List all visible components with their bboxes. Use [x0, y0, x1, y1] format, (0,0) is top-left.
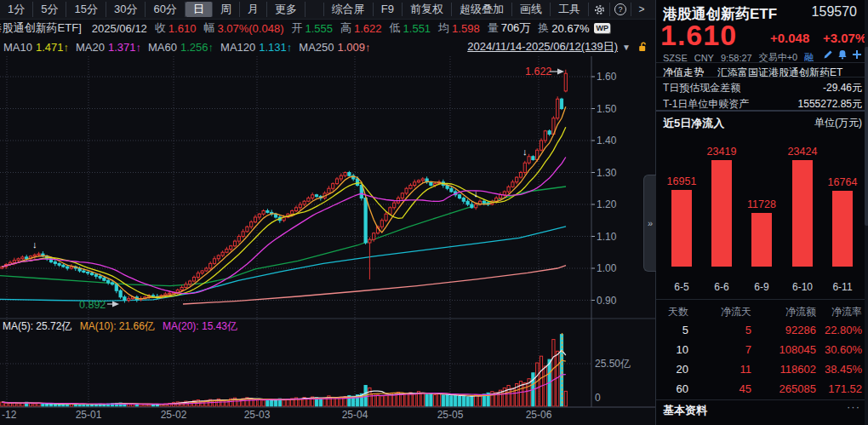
- volume-bar: [507, 385, 510, 406]
- unlock-icon[interactable]: [637, 42, 648, 53]
- ma-legend-value: 1.371↑: [108, 41, 141, 54]
- period-tab-15分[interactable]: 15分: [66, 2, 106, 17]
- table-cell: 38.45%: [818, 363, 862, 376]
- chevron-down-icon[interactable]: ▼: [622, 43, 631, 52]
- table-header-cell: 天数: [663, 305, 688, 319]
- period-tab-月[interactable]: 月: [240, 2, 267, 17]
- period-tab-周[interactable]: 周: [213, 2, 240, 17]
- candle-body: [21, 257, 24, 259]
- flow-bar: [832, 191, 853, 267]
- toolbar-tools: 综合屏F9前复权超级叠加画线工具 ? >: [323, 3, 655, 16]
- quote-field-label: 低: [390, 20, 401, 36]
- scrollbar-thumb[interactable]: [865, 47, 868, 226]
- table-row[interactable]: 6045265085171.52: [656, 382, 868, 399]
- candle-body: [557, 99, 559, 118]
- quote-field-value: 3.07%(0.048): [217, 22, 283, 35]
- period-tab-1分[interactable]: 1分: [0, 2, 33, 17]
- table-row[interactable]: 559228622.80%: [656, 324, 868, 341]
- nav-trend-label[interactable]: 净值走势: [663, 66, 704, 80]
- candle-body: [226, 250, 228, 253]
- chart-label: 25-05: [437, 409, 464, 421]
- candle-body: [13, 261, 15, 263]
- more-ellipsis-icon[interactable]: ···: [847, 400, 860, 413]
- period-tab-日[interactable]: 日: [186, 2, 213, 17]
- volume-bar: [42, 404, 44, 406]
- flow-bar-value: 11728: [741, 198, 782, 210]
- candle-body: [332, 184, 334, 189]
- volume-bar: [454, 395, 457, 406]
- period-tab-更多[interactable]: 更多: [267, 2, 306, 17]
- chart-label: 25-06: [526, 409, 552, 421]
- help-icon[interactable]: ?: [609, 3, 631, 16]
- candle-body: [471, 204, 473, 208]
- chart-label: MA(10): 21.66亿: [80, 320, 155, 332]
- table-cell: 30.60%: [818, 343, 862, 356]
- quote-field-label: 幅: [203, 20, 214, 36]
- candle-body: [344, 173, 346, 176]
- candle-body: [197, 273, 199, 278]
- chart-label: 25-04: [342, 409, 368, 421]
- volume-bar: [434, 394, 437, 406]
- table-row[interactable]: 10710804530.60%: [656, 343, 868, 360]
- candle-body: [58, 263, 60, 265]
- panel-scrollbar[interactable]: [865, 0, 868, 425]
- edit-pencil-icon[interactable]: [823, 49, 833, 60]
- period-tab-60分[interactable]: 60分: [146, 2, 185, 17]
- date-range-label[interactable]: 2024/11/14-2025/06/12(139日): [467, 39, 618, 55]
- candle-body: [401, 193, 403, 198]
- candle-body: [262, 211, 265, 215]
- candle-body: [414, 182, 416, 186]
- price-change-pct: +3.07%: [823, 31, 866, 45]
- add-plus-icon[interactable]: [852, 49, 862, 60]
- tool-button-F9[interactable]: F9: [373, 3, 402, 16]
- volume-bar: [385, 395, 387, 406]
- candle-body: [532, 157, 534, 160]
- quote-field-value: 1.622: [354, 22, 382, 35]
- quote-field-label: 均: [438, 20, 449, 36]
- period-toolbar: 1分5分15分30分60分日周月更多 综合屏F9前复权超级叠加画线工具 ? >: [0, 0, 655, 20]
- date-range-control[interactable]: 2024/11/14-2025/06/12(139日) ▼: [467, 39, 655, 55]
- tool-button-工具[interactable]: 工具: [550, 3, 588, 16]
- quote-field-label: 收: [155, 20, 166, 36]
- candle-body: [111, 283, 113, 284]
- chart-label: ↓: [523, 146, 528, 157]
- table-row[interactable]: 201111860238.45%: [656, 363, 868, 380]
- settings-gear-icon[interactable]: [588, 3, 609, 16]
- panel-collapse-tab[interactable]: »: [643, 175, 656, 272]
- candle-body: [209, 263, 212, 268]
- volume-bar: [414, 393, 416, 406]
- volume-bar: [450, 396, 453, 406]
- period-tab-30分[interactable]: 30分: [106, 2, 146, 17]
- flow-bar-value: 16951: [661, 175, 702, 187]
- table-cell: 60: [663, 382, 688, 395]
- volume-bar: [258, 399, 260, 406]
- quote-field-value: 1.610: [168, 22, 197, 35]
- volume-bar: [421, 393, 424, 406]
- wp-badge[interactable]: WP: [594, 23, 610, 33]
- quote-field-value: 1.555: [305, 22, 333, 35]
- volume-bar: [140, 405, 142, 406]
- tool-button-超级叠加[interactable]: 超级叠加: [451, 3, 511, 16]
- candle-body: [291, 211, 294, 215]
- toolbar-expand-chevron-icon[interactable]: >: [631, 3, 652, 16]
- chart-label: ↓: [473, 188, 478, 198]
- candle-body: [33, 255, 36, 256]
- candle-body: [119, 290, 122, 297]
- alert-bell-icon[interactable]: [837, 49, 848, 60]
- volume-bar: [368, 388, 371, 406]
- table-cell: 11: [705, 363, 751, 376]
- chart-label: 0.90: [597, 295, 617, 307]
- tool-button-综合屏[interactable]: 综合屏: [323, 3, 373, 16]
- volume-bar: [446, 394, 448, 406]
- candle-body: [221, 252, 224, 256]
- kline-chart[interactable]: ↓↓↓1.6220.892MA(5): 25.72亿MA(10): 21.66亿…: [0, 56, 655, 425]
- candle-body: [503, 192, 505, 195]
- gear-icon: [594, 4, 605, 15]
- volume-bar: [307, 399, 310, 406]
- period-tab-5分[interactable]: 5分: [33, 2, 66, 17]
- volume-bar: [458, 396, 460, 406]
- tool-button-画线[interactable]: 画线: [511, 3, 550, 16]
- tool-button-前复权[interactable]: 前复权: [402, 3, 451, 16]
- table-cell: 10: [663, 343, 688, 356]
- basic-info-title[interactable]: 基本资料: [663, 403, 707, 418]
